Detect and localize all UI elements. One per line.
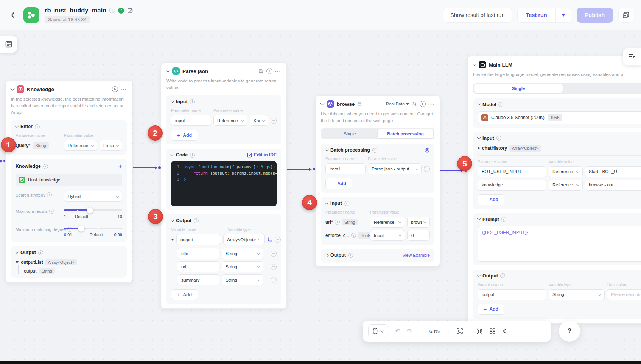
param-name-input[interactable]: knowledge <box>478 180 546 191</box>
run-mode-select[interactable]: Real Data <box>386 102 409 106</box>
value-mode-select[interactable]: Reference <box>549 166 583 177</box>
help-button[interactable]: ? <box>559 321 580 342</box>
max-recalls-slider[interactable]: 1 Default 10 <box>64 207 122 220</box>
param-name-input[interactable]: input <box>171 115 211 126</box>
info-icon[interactable]: i <box>344 201 349 206</box>
edit-in-ide-button[interactable]: Edit in IDE <box>247 152 277 158</box>
add-param-button[interactable]: +Add <box>478 194 504 205</box>
section-chevron-icon[interactable] <box>171 99 174 103</box>
variable-type-select[interactable]: String <box>549 289 605 300</box>
value-mode-select[interactable]: Reference <box>64 140 97 151</box>
info-icon[interactable]: i <box>43 164 48 169</box>
tab-single[interactable]: Single <box>474 84 563 93</box>
test-run-dropdown[interactable] <box>556 14 571 17</box>
view-example-link[interactable]: View Example <box>402 253 430 257</box>
slider-thumb[interactable] <box>78 225 84 232</box>
variable-type-select[interactable]: String <box>222 261 263 272</box>
run-node-icon[interactable] <box>112 86 118 92</box>
remove-variable-icon[interactable]: − <box>275 237 281 243</box>
gear-icon[interactable] <box>425 147 430 153</box>
collapse-chevron-icon[interactable] <box>166 68 170 72</box>
duplicate-window-button[interactable] <box>618 8 633 23</box>
node-main-llm[interactable]: Main LLM Invoke the large language model… <box>467 56 641 324</box>
variable-name-input[interactable]: output <box>176 234 221 245</box>
info-icon[interactable]: i <box>35 124 40 129</box>
value-ref-select[interactable]: Knowledge - <box>250 115 268 126</box>
info-icon[interactable]: i <box>190 99 195 104</box>
value-mode-select[interactable]: Reference <box>213 115 247 126</box>
remove-variable-icon[interactable]: − <box>271 264 277 270</box>
info-icon[interactable]: i <box>47 192 52 197</box>
collapse-chevron-icon[interactable] <box>10 86 14 90</box>
node-parse-json[interactable]: </> Parse json ··· Write code to process… <box>161 62 287 309</box>
value-mode-select[interactable]: Reference <box>549 180 583 191</box>
value-input[interactable]: 0 <box>407 230 430 241</box>
run-node-icon[interactable] <box>266 68 272 74</box>
redo-icon[interactable]: ↷ <box>407 327 412 335</box>
info-icon[interactable]: i <box>190 153 195 158</box>
section-chevron-icon[interactable] <box>477 217 481 221</box>
auto-layout-icon[interactable] <box>489 328 496 335</box>
tree-caret-icon[interactable] <box>16 261 19 263</box>
search-strategy-select[interactable]: Hybrid <box>64 191 122 202</box>
value-ref-select[interactable]: Start - BOT_U <box>585 166 641 177</box>
collapse-nodes-icon[interactable] <box>476 328 483 335</box>
slider-thumb[interactable] <box>87 207 93 214</box>
pointer-tool-select[interactable] <box>368 324 388 338</box>
test-run-button[interactable]: Test run <box>518 12 555 18</box>
value-ref-select[interactable]: Extract the key wo <box>100 140 122 151</box>
publish-button[interactable]: Publish <box>577 8 613 23</box>
section-chevron-icon[interactable] <box>477 102 481 106</box>
zoom-out-icon[interactable]: − <box>419 327 423 335</box>
tree-caret-icon[interactable] <box>478 147 480 150</box>
more-menu-icon[interactable]: ··· <box>428 102 434 107</box>
add-variable-button[interactable]: +Add <box>171 289 198 300</box>
info-icon[interactable]: i <box>501 217 506 222</box>
variable-name-input[interactable]: output <box>478 289 546 300</box>
info-icon[interactable]: i <box>49 209 54 214</box>
tab-single[interactable]: Single <box>322 129 378 138</box>
knowledge-item[interactable]: Rust knowledge <box>16 174 122 186</box>
fit-view-icon[interactable] <box>456 328 463 335</box>
add-param-button[interactable]: +Add <box>171 130 198 141</box>
zoom-level[interactable]: 63% <box>429 328 440 334</box>
node-browse[interactable]: browse Real Data ··· Use this tool when … <box>315 95 440 266</box>
code-view-icon[interactable] <box>502 328 507 334</box>
value-mode-select[interactable]: Input <box>370 230 405 241</box>
back-button[interactable] <box>8 10 17 20</box>
section-chevron-icon[interactable] <box>325 253 329 257</box>
bell-slash-icon[interactable] <box>412 101 417 107</box>
tab-batch-processing[interactable]: Batch processing <box>378 129 433 138</box>
remove-variable-icon[interactable]: − <box>271 251 277 257</box>
bell-slash-icon[interactable] <box>258 68 264 74</box>
section-chevron-icon[interactable] <box>325 147 329 151</box>
open-run-panel-button[interactable] <box>623 48 641 65</box>
info-icon[interactable]: i <box>335 220 340 225</box>
section-chevron-icon[interactable] <box>325 201 329 204</box>
edit-icon[interactable] <box>127 8 133 14</box>
zoom-in-icon[interactable]: + <box>446 327 450 335</box>
info-icon[interactable]: i <box>348 253 353 258</box>
remove-param-icon[interactable]: − <box>271 118 277 124</box>
remove-variable-icon[interactable]: − <box>271 277 277 283</box>
add-knowledge-icon[interactable]: + <box>118 163 122 170</box>
info-icon[interactable]: i <box>194 218 199 223</box>
info-icon[interactable]: i <box>38 250 43 255</box>
more-menu-icon[interactable]: ··· <box>275 69 281 74</box>
min-matching-slider[interactable]: 0.01 Default 0.99 <box>64 225 122 238</box>
section-chevron-icon[interactable] <box>477 273 481 277</box>
value-mode-select[interactable]: Reference <box>370 217 405 228</box>
section-chevron-icon[interactable] <box>15 124 19 128</box>
node-knowledge[interactable]: Knowledge ··· In the selected knowledge,… <box>5 81 132 283</box>
add-child-variable-icon[interactable] <box>267 237 272 242</box>
info-icon[interactable]: i <box>500 273 505 278</box>
variable-name-input[interactable]: summary <box>177 274 219 285</box>
model-select[interactable]: A\ Claude 3.5 Sonnet (200K) 195K <box>478 111 641 124</box>
value-ref-select[interactable]: browse - url <box>407 217 430 228</box>
add-param-button[interactable]: +Add <box>325 178 352 189</box>
collapse-chevron-icon[interactable] <box>320 101 324 105</box>
more-menu-icon[interactable]: ··· <box>121 87 127 92</box>
info-icon[interactable]: i <box>372 148 377 153</box>
prompt-editor[interactable]: {{BOT_USER_INPUT}} <box>478 226 641 262</box>
workflow-canvas[interactable]: Knowledge ··· In the selected knowledge,… <box>0 30 641 361</box>
